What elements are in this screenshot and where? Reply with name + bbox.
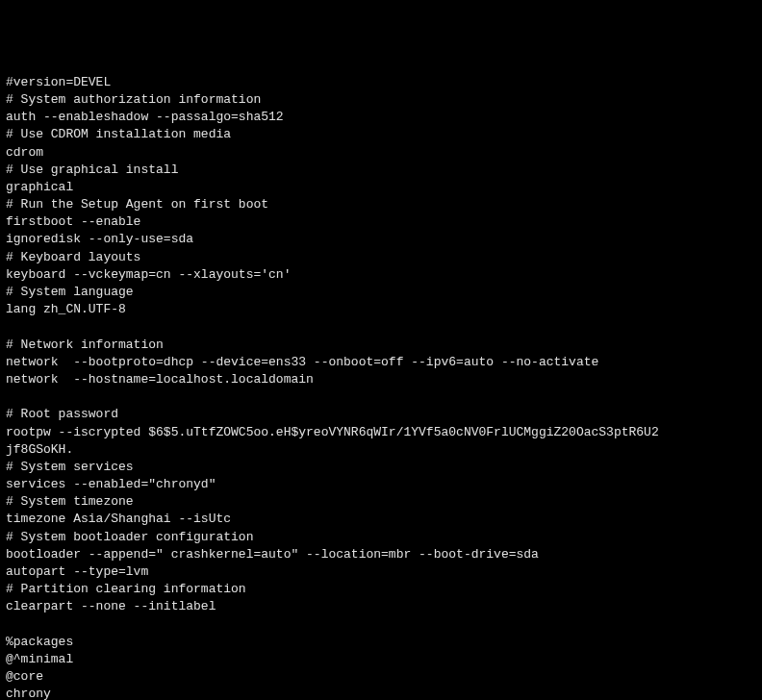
config-line	[6, 388, 756, 406]
config-line: clearpart --none --initlabel	[6, 598, 756, 615]
config-line: # Root password	[6, 406, 756, 423]
config-line: %packages	[6, 634, 756, 651]
config-line: # Use graphical install	[6, 162, 756, 179]
config-line: ignoredisk --only-use=sda	[6, 231, 756, 248]
config-line: keyboard --vckeymap=cn --xlayouts='cn'	[6, 266, 756, 284]
config-line: # Run the Setup Agent on first boot	[6, 196, 756, 213]
config-line: # System language	[6, 284, 756, 301]
terminal-output: #version=DEVEL# System authorization inf…	[6, 74, 756, 700]
config-line: # System bootloader configuration	[6, 529, 756, 546]
config-line: #version=DEVEL	[6, 74, 756, 91]
config-line: cdrom	[6, 144, 756, 162]
config-line: graphical	[6, 179, 756, 196]
config-line: auth --enableshadow --passalgo=sha512	[6, 109, 756, 126]
config-line: # Network information	[6, 337, 756, 354]
config-line: chrony	[6, 686, 756, 700]
config-line: @^minimal	[6, 651, 756, 668]
config-line: # System timezone	[6, 493, 756, 511]
config-line	[6, 616, 756, 634]
config-line: # System services	[6, 459, 756, 476]
config-line: network --hostname=localhost.localdomain	[6, 371, 756, 388]
config-line: network --bootproto=dhcp --device=ens33 …	[6, 354, 756, 371]
config-line: lang zh_CN.UTF-8	[6, 301, 756, 318]
config-line: jf8GSoKH.	[6, 441, 756, 459]
config-line: firstboot --enable	[6, 213, 756, 231]
config-line	[6, 318, 756, 336]
config-line: autopart --type=lvm	[6, 563, 756, 581]
config-line: timezone Asia/Shanghai --isUtc	[6, 511, 756, 528]
config-line: rootpw --iscrypted $6$5.uTtfZOWC5oo.eH$y…	[6, 424, 756, 441]
config-line: services --enabled="chronyd"	[6, 476, 756, 493]
config-line: # System authorization information	[6, 91, 756, 109]
config-line: # Partition clearing information	[6, 581, 756, 598]
config-line: # Keyboard layouts	[6, 249, 756, 266]
config-line: # Use CDROM installation media	[6, 126, 756, 143]
config-line: @core	[6, 668, 756, 686]
config-line: bootloader --append=" crashkernel=auto" …	[6, 546, 756, 563]
